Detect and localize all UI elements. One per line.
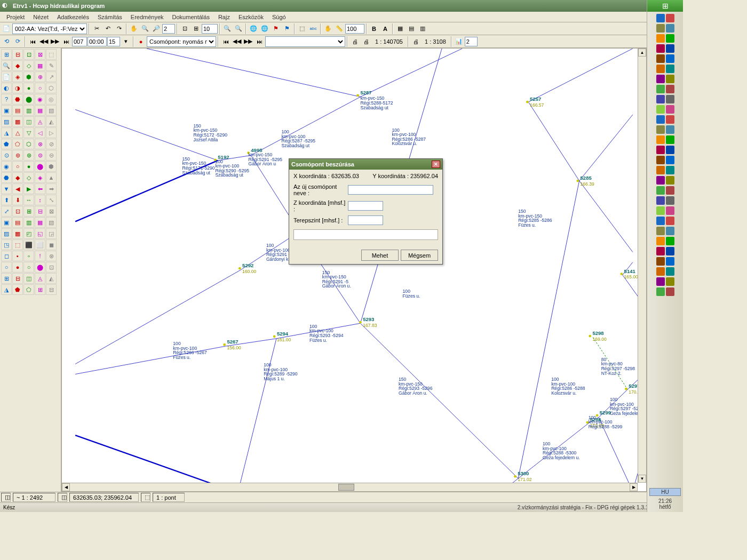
- tray-app-22[interactable]: [656, 125, 665, 134]
- tool-73[interactable]: ⊟: [35, 206, 45, 217]
- redo-icon[interactable]: ↷: [114, 23, 124, 34]
- tool-33[interactable]: ◬: [35, 116, 45, 127]
- tool-1[interactable]: ⊟: [12, 49, 23, 60]
- tool-39[interactable]: ▷: [46, 127, 57, 138]
- tool-100[interactable]: ⊞: [1, 273, 12, 284]
- tool-95[interactable]: ○: [1, 262, 12, 273]
- scroll-thumb[interactable]: [338, 484, 354, 491]
- menu-nézet[interactable]: Nézet: [29, 13, 53, 21]
- chart-icon[interactable]: 📊: [454, 36, 464, 47]
- tool-49[interactable]: ⊝: [46, 150, 57, 161]
- tool-106[interactable]: ⬟: [12, 284, 23, 295]
- dist-input[interactable]: [345, 24, 364, 34]
- magnify-icon[interactable]: 🔍: [222, 23, 233, 34]
- print-icon[interactable]: 🖨: [349, 36, 360, 47]
- tool-36[interactable]: △: [12, 127, 23, 138]
- menu-eredmények[interactable]: Eredmények: [126, 13, 168, 21]
- tray-app-21[interactable]: [666, 115, 674, 124]
- tray-app-23[interactable]: [666, 125, 674, 134]
- tool-104[interactable]: ◭: [46, 273, 57, 284]
- tool-90[interactable]: ◻: [1, 251, 12, 261]
- tray-app-16[interactable]: [656, 95, 665, 103]
- tool-53[interactable]: ⬤: [35, 161, 45, 172]
- tool-23[interactable]: ◉: [35, 94, 45, 105]
- tool-2[interactable]: ⊡: [23, 49, 34, 60]
- new-icon[interactable]: 📄: [1, 23, 12, 34]
- zoom-window-icon[interactable]: ⊞: [190, 23, 201, 34]
- tool-84[interactable]: ◲: [46, 228, 57, 239]
- menu-adatkezelés[interactable]: Adatkezelés: [53, 13, 93, 21]
- tray-app-37[interactable]: [666, 196, 674, 205]
- tray-app-7[interactable]: [666, 44, 674, 53]
- table2-icon[interactable]: ▤: [406, 23, 417, 34]
- tray-app-39[interactable]: [666, 206, 674, 215]
- tool-76[interactable]: ▤: [12, 217, 23, 228]
- tool-91[interactable]: ▪: [12, 251, 23, 261]
- tool-81[interactable]: ▩: [12, 228, 23, 239]
- last-icon[interactable]: ⏭: [61, 36, 71, 47]
- dialog-close-button[interactable]: ✕: [432, 161, 440, 168]
- tool-85[interactable]: ◳: [1, 239, 12, 250]
- flag-blue-icon[interactable]: ⚑: [282, 23, 292, 34]
- tool-34[interactable]: ◭: [46, 116, 57, 127]
- empty-combo[interactable]: [265, 36, 345, 47]
- tray-app-1[interactable]: [666, 14, 674, 22]
- tool-32[interactable]: ◫: [23, 116, 34, 127]
- tray-app-30[interactable]: [656, 166, 665, 174]
- zoom-out-icon[interactable]: 🔎: [151, 23, 162, 34]
- tool-41[interactable]: ⬠: [12, 139, 23, 149]
- tool-98[interactable]: ⬤: [35, 262, 45, 273]
- tray-app-17[interactable]: [666, 95, 674, 103]
- tray-app-44[interactable]: [656, 237, 665, 245]
- tool-102[interactable]: ◫: [23, 273, 34, 284]
- zoom-fit-icon[interactable]: ⊡: [179, 23, 190, 34]
- tool-10[interactable]: 📄: [1, 71, 12, 82]
- tool-105[interactable]: ◮: [1, 284, 12, 295]
- globe-icon[interactable]: 🌐: [248, 23, 259, 34]
- tool-19[interactable]: ⬡: [46, 83, 57, 93]
- tray-app-46[interactable]: [656, 247, 665, 255]
- tray-app-42[interactable]: [656, 227, 665, 235]
- grab-icon[interactable]: ✋: [129, 23, 139, 34]
- tray-app-32[interactable]: [656, 176, 665, 185]
- tray-app-9[interactable]: [666, 54, 674, 63]
- zoom-in-icon[interactable]: 🔍: [140, 23, 150, 34]
- tool-86[interactable]: ⬚: [12, 239, 23, 250]
- tool-75[interactable]: ▣: [1, 217, 12, 228]
- chart-val-input[interactable]: [465, 37, 478, 46]
- tool-92[interactable]: ▫: [23, 251, 34, 261]
- ok-button[interactable]: Mehet: [361, 250, 399, 261]
- tool-17[interactable]: ●: [23, 83, 34, 93]
- tool-30[interactable]: ▨: [1, 116, 12, 127]
- next-icon[interactable]: ▶▶: [50, 36, 60, 47]
- tool-20[interactable]: ?: [1, 94, 12, 105]
- name-input[interactable]: [348, 185, 433, 195]
- tool-12[interactable]: ⬢: [23, 71, 34, 82]
- tool-45[interactable]: ⊙: [1, 150, 12, 161]
- scroll-down-icon[interactable]: ▼: [638, 475, 646, 483]
- magnify2-icon[interactable]: 🔍: [233, 23, 244, 34]
- tool-108[interactable]: ⊞: [35, 284, 45, 295]
- tool-25[interactable]: ▣: [1, 105, 12, 116]
- tray-app-41[interactable]: [666, 217, 674, 225]
- cut-icon[interactable]: ✂: [91, 23, 102, 34]
- last2-icon[interactable]: ⏭: [254, 36, 265, 47]
- tray-app-24[interactable]: [656, 135, 665, 144]
- tray-app-36[interactable]: [656, 196, 665, 205]
- tray-app-0[interactable]: [656, 14, 665, 22]
- tool-5[interactable]: 🔍: [1, 60, 12, 71]
- table3-icon[interactable]: ▥: [417, 23, 428, 34]
- tray-app-12[interactable]: [656, 75, 665, 83]
- tray-app-13[interactable]: [666, 75, 674, 83]
- undo-icon[interactable]: ↶: [102, 23, 113, 34]
- tray-app-51[interactable]: [666, 267, 674, 276]
- terrain-input[interactable]: [348, 215, 383, 225]
- tool-109[interactable]: ⊟: [46, 284, 57, 295]
- tool-87[interactable]: ⬛: [23, 239, 34, 250]
- tool-40[interactable]: ⬟: [1, 139, 12, 149]
- tray-app-6[interactable]: [656, 44, 665, 53]
- tool-38[interactable]: ◁: [35, 127, 45, 138]
- tool-56[interactable]: ◆: [12, 172, 23, 183]
- tool-65[interactable]: ⬆: [1, 195, 12, 205]
- measure-icon[interactable]: 📏: [334, 23, 345, 34]
